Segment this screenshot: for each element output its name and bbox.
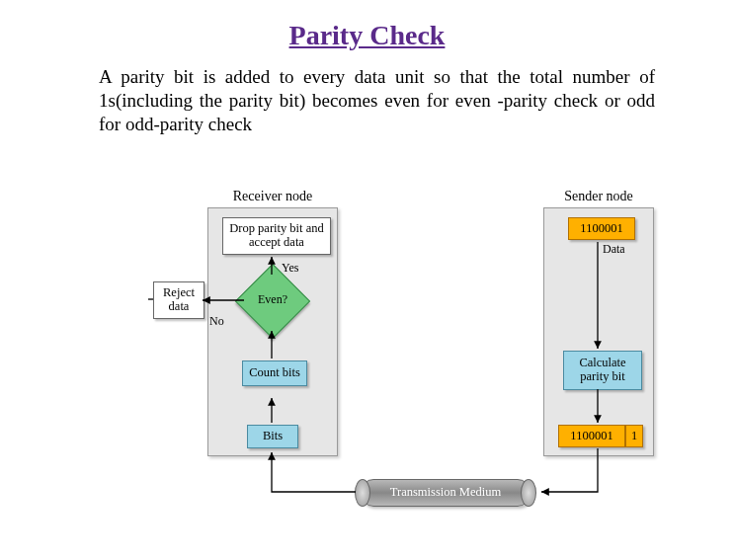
page-title: Parity Check [0, 20, 734, 51]
sender-data-value-box: 1100001 [568, 217, 635, 240]
parity-diagram: Receiver node Sender node Drop parity bi… [148, 188, 662, 533]
even-decision-label: Even? [255, 292, 290, 307]
sender-node-box: Sender node [543, 207, 654, 456]
description-text: A parity bit is added to every data unit… [99, 65, 655, 135]
yes-label: Yes [282, 261, 298, 276]
calc-parity-box: Calculate parity bit [563, 351, 642, 390]
reject-data-box: Reject data [153, 281, 204, 319]
sender-out-value-box: 1100001 [558, 425, 625, 447]
transmission-medium-cylinder: Transmission Medium [361, 479, 530, 507]
no-label: No [209, 314, 224, 329]
receiver-node-label: Receiver node [208, 189, 337, 204]
drop-parity-box: Drop parity bit and accept data [222, 217, 331, 255]
sender-data-label: Data [603, 242, 625, 257]
transmission-medium-label: Transmission Medium [362, 485, 530, 500]
sender-node-label: Sender node [544, 189, 653, 204]
bits-box: Bits [247, 425, 298, 448]
count-bits-box: Count bits [242, 360, 307, 386]
sender-out-parity-box: 1 [625, 425, 643, 447]
